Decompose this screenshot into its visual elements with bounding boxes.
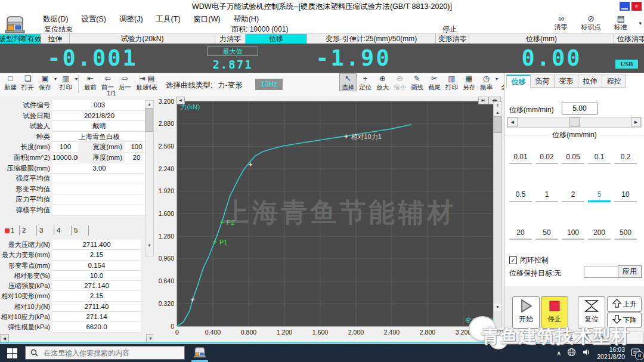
status-segment-4[interactable]: 力清零 [215, 34, 246, 44]
save-caret-icon[interactable]: ▾ [54, 76, 57, 93]
rate-slider[interactable]: ◀ ▶ [507, 117, 642, 128]
menu-item-5[interactable]: 窗口(W) [194, 14, 221, 24]
menu-item-4[interactable]: 工具(T) [156, 14, 181, 24]
chart-pan-right-icon[interactable]: ▶| [478, 97, 488, 104]
scroll-up-icon[interactable]: ▲ [145, 101, 153, 108]
tab-负荷[interactable]: 负荷 [531, 75, 555, 88]
slider-right-icon[interactable]: ▶ [631, 117, 641, 127]
tab-位移[interactable]: 位移 [506, 75, 531, 88]
menu-item-6[interactable]: 帮助(H) [234, 14, 259, 24]
result-tab-5[interactable]: 5 [72, 225, 89, 236]
curve-type-value[interactable]: 力-变形 [218, 81, 243, 91]
ime-settings-gear-icon[interactable]: ⚙ [597, 333, 604, 342]
minimize-button[interactable] [620, 2, 630, 11]
mark-point-button[interactable]: ⊘标识点 [578, 14, 603, 31]
speed-preset-20[interactable]: 20 [509, 228, 532, 240]
form-value[interactable] [52, 194, 146, 205]
slider-left-icon[interactable]: ◀ [507, 117, 518, 127]
notification-icon[interactable]: 8 [631, 348, 640, 358]
reset-button[interactable]: 复位 [578, 296, 605, 329]
chart-pan-left-icon[interactable]: ◀ [176, 97, 185, 104]
speed-preset-0.05[interactable]: 0.05 [562, 153, 584, 164]
scroll-down-icon[interactable]: ▼ [145, 242, 153, 249]
chart-scroll-thumb[interactable] [494, 116, 501, 133]
clear-zero-button[interactable]: ∞清零 [549, 14, 574, 31]
save-as-button[interactable]: ▦另存 [461, 74, 477, 91]
start-menu-icon[interactable] [7, 348, 17, 360]
status-segment-7[interactable]: 变形清零 [436, 34, 469, 44]
ime-more-icon[interactable]: ⋮ [612, 333, 620, 342]
chart-scroll-up-icon[interactable]: ▲ [494, 109, 501, 116]
slider-thumb[interactable] [569, 117, 580, 127]
volume-icon[interactable] [582, 348, 591, 358]
hold-target-input[interactable] [584, 267, 618, 278]
form-value[interactable]: 戴晴 [52, 121, 146, 132]
chart-scroll-down-icon[interactable]: ▼ [494, 304, 501, 311]
form-scrollbar[interactable]: ▲ ▼ [145, 100, 154, 256]
speed-preset-0.1[interactable]: 0.1 [588, 153, 611, 164]
save-button[interactable]: ▣保存 [37, 74, 53, 91]
speed-preset-0.02[interactable]: 0.02 [535, 153, 558, 164]
menu-item-3[interactable]: 调整(J) [119, 14, 143, 24]
tab-拉伸[interactable]: 拉伸 [578, 75, 602, 88]
frequency-button[interactable]: ◷频率 [478, 74, 494, 91]
speed-preset-10[interactable]: 10 [614, 190, 637, 202]
zoom-in-button[interactable]: ⊕放大 [374, 74, 391, 91]
form-value[interactable]: 003 [52, 100, 146, 111]
form-value[interactable]: 100 [52, 142, 78, 153]
form-value[interactable] [52, 184, 146, 195]
new-button[interactable]: □新建 [2, 74, 18, 91]
standard-button[interactable]: ▤标准 [608, 14, 633, 31]
locate-button[interactable]: +定位 [357, 74, 373, 91]
prev-button[interactable]: ⇦前一 [100, 74, 116, 91]
speed-preset-0.2[interactable]: 0.2 [614, 153, 637, 164]
draw-line-button[interactable]: ✎画线 [409, 74, 425, 91]
speed-preset-5[interactable]: 5 [588, 190, 611, 202]
list-button[interactable]: ▤列表 [143, 74, 159, 91]
form-value[interactable]: 2021/8/20 [52, 111, 146, 122]
rate-input[interactable] [562, 103, 597, 115]
close-button[interactable]: × [631, 2, 642, 11]
trim-button[interactable]: ✂截尾 [426, 74, 442, 91]
result-tab-2[interactable]: 2 [20, 225, 37, 236]
speed-preset-100[interactable]: 100 [562, 228, 584, 240]
print-button[interactable]: ▥打印 [58, 74, 74, 91]
status-segment-9[interactable]: 位移清零 [614, 34, 644, 44]
search-input[interactable] [42, 348, 176, 358]
result-tab-4[interactable]: 4 [54, 225, 72, 236]
first-button[interactable]: ⇤最前 [82, 74, 98, 91]
taskbar-app-icon[interactable] [191, 345, 209, 361]
menu-item-1[interactable]: 数据(D) [43, 14, 68, 24]
up-button[interactable]: 上升 [607, 296, 642, 312]
down-button[interactable]: 下降 [607, 313, 642, 328]
force-deformation-chart[interactable]: 上海青鱼节能辅材00.4000.8001.2001.6002.0002.4002… [154, 97, 504, 342]
speed-preset-50[interactable]: 50 [535, 228, 558, 240]
tab-程控[interactable]: 程控 [602, 75, 626, 88]
form-value[interactable]: 3.00 [52, 163, 146, 174]
print-caret-icon[interactable]: ▾ [75, 76, 78, 93]
chart-scrollbar[interactable]: ⇕ ▲ ▼ [493, 101, 502, 327]
result-tab-1[interactable]: 1 [2, 225, 20, 236]
speed-preset-0.5[interactable]: 0.5 [509, 190, 532, 202]
start-button[interactable]: 开始 [512, 296, 540, 329]
taskbar-search[interactable] [25, 346, 185, 360]
open-button[interactable]: ❏打开 [20, 74, 36, 91]
speed-preset-1[interactable]: 1 [535, 190, 558, 202]
taskbar-clock[interactable]: 16:03 2021/8/20 [597, 346, 625, 360]
scroll-thumb[interactable] [145, 108, 153, 132]
closed-loop-checkbox[interactable]: ✓ [509, 256, 517, 264]
speed-preset-0.01[interactable]: 0.01 [509, 153, 532, 164]
frequency-caret-icon[interactable]: ▾ [496, 76, 498, 93]
print-chart-button[interactable]: ▥打印 [444, 74, 460, 91]
scroll-left-icon[interactable]: ◀ [0, 334, 9, 343]
chart-scroll-expand-icon[interactable]: ⇕ [494, 102, 501, 109]
stop-button[interactable]: 停止 [541, 296, 568, 329]
quick-caret-icon[interactable]: ▾ [639, 20, 642, 26]
speed-preset-2[interactable]: 2 [562, 190, 584, 202]
form-value[interactable] [52, 205, 146, 216]
form-value[interactable]: 10000.00 [52, 153, 78, 163]
speed-preset-500[interactable]: 500 [614, 228, 637, 240]
next-button[interactable]: ⇨后一 [117, 74, 133, 91]
select-button[interactable]: ↖选择 [340, 74, 356, 91]
ime-lang-indicator[interactable]: 英 [566, 333, 574, 343]
